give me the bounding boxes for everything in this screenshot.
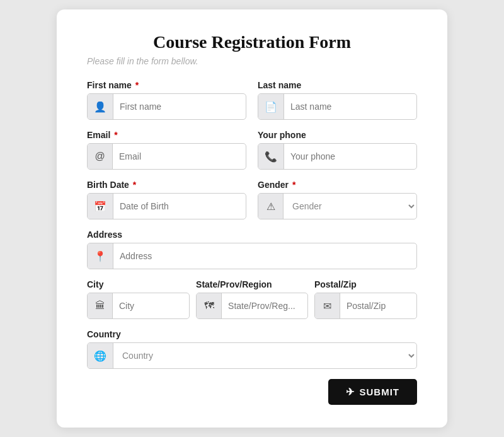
location-icon: 📍 (88, 243, 113, 269)
gender-select[interactable]: Gender Male Female Other (284, 194, 416, 219)
postal-group: Postal/Zip ✉ (314, 279, 417, 319)
address-group: Address 📍 (87, 230, 417, 269)
email-group: Email * @ (87, 130, 246, 170)
gender-required: * (290, 180, 295, 190)
birth-date-input[interactable] (113, 194, 246, 219)
email-phone-row: Email * @ Your phone 📞 (87, 130, 417, 170)
email-input[interactable] (113, 144, 246, 169)
email-input-wrapper: @ (87, 143, 246, 170)
country-row: Country 🌐 Country United States Canada U… (87, 329, 417, 369)
country-label: Country (87, 329, 417, 339)
submit-row: ✈ SUBMIT (87, 379, 417, 405)
first-name-required: * (133, 80, 139, 90)
send-icon: ✈ (346, 386, 355, 398)
gender-select-wrapper: ⚠ Gender Male Female Other (258, 193, 417, 219)
city-input-wrapper: 🏛 (87, 293, 190, 319)
postal-label: Postal/Zip (314, 279, 417, 289)
email-required: * (112, 130, 117, 140)
last-name-group: Last name 📄 (258, 80, 417, 120)
state-input-wrapper: 🗺 (196, 293, 308, 319)
globe-icon: 🌐 (88, 343, 113, 368)
phone-icon: 📞 (258, 144, 284, 169)
submit-label: SUBMIT (360, 387, 400, 397)
birth-date-group: Birth Date * 📅 (87, 180, 246, 219)
calendar-icon: 📅 (88, 194, 113, 219)
envelope-icon: ✉ (315, 293, 340, 318)
first-name-input-wrapper: 👤 (87, 93, 246, 120)
state-group: State/Prov/Region 🗺 (196, 279, 308, 319)
submit-button[interactable]: ✈ SUBMIT (328, 379, 418, 405)
form-title: Course Registration Form (87, 32, 417, 52)
address-label: Address (87, 230, 417, 240)
birth-date-label: Birth Date * (87, 180, 246, 190)
postal-input-wrapper: ✉ (314, 293, 417, 319)
city-state-postal-row: City 🏛 State/Prov/Region 🗺 Postal/Zip ✉ (87, 279, 417, 319)
first-name-group: First name * 👤 (87, 80, 246, 120)
phone-group: Your phone 📞 (258, 130, 417, 170)
gender-label: Gender * (258, 180, 417, 190)
phone-label: Your phone (258, 130, 417, 140)
city-input[interactable] (113, 293, 189, 318)
address-row: Address 📍 (87, 230, 417, 269)
gender-group: Gender * ⚠ Gender Male Female Other (258, 180, 417, 219)
map-icon: 🗺 (197, 293, 222, 318)
first-name-label: First name * (87, 80, 246, 90)
state-input[interactable] (222, 293, 307, 318)
phone-input-wrapper: 📞 (258, 143, 417, 170)
person-icon: 👤 (88, 94, 113, 119)
city-group: City 🏛 (87, 279, 190, 319)
country-select-wrapper: 🌐 Country United States Canada United Ki… (87, 342, 417, 369)
last-name-input-wrapper: 📄 (258, 93, 417, 120)
email-label: Email * (87, 130, 246, 140)
state-label: State/Prov/Region (196, 279, 308, 289)
postal-input[interactable] (340, 293, 416, 318)
registration-form-card: Course Registration Form Please fill in … (57, 9, 447, 428)
country-group: Country 🌐 Country United States Canada U… (87, 329, 417, 369)
birth-date-input-wrapper: 📅 (87, 193, 246, 219)
last-name-input[interactable] (284, 94, 416, 119)
phone-input[interactable] (284, 144, 416, 169)
first-name-input[interactable] (113, 94, 246, 119)
id-card-icon: 📄 (258, 94, 284, 119)
building-icon: 🏛 (88, 293, 113, 318)
address-input-wrapper: 📍 (87, 243, 417, 269)
name-row: First name * 👤 Last name 📄 (87, 80, 417, 120)
country-select[interactable]: Country United States Canada United King… (113, 343, 416, 368)
address-input[interactable] (113, 243, 416, 269)
gender-icon: ⚠ (258, 194, 284, 219)
birth-required: * (130, 180, 136, 190)
form-subtitle: Please fill in the form bellow. (87, 56, 417, 66)
birth-gender-row: Birth Date * 📅 Gender * ⚠ Gender Male Fe… (87, 180, 417, 219)
city-label: City (87, 279, 190, 289)
last-name-label: Last name (258, 80, 417, 90)
at-icon: @ (88, 144, 113, 169)
